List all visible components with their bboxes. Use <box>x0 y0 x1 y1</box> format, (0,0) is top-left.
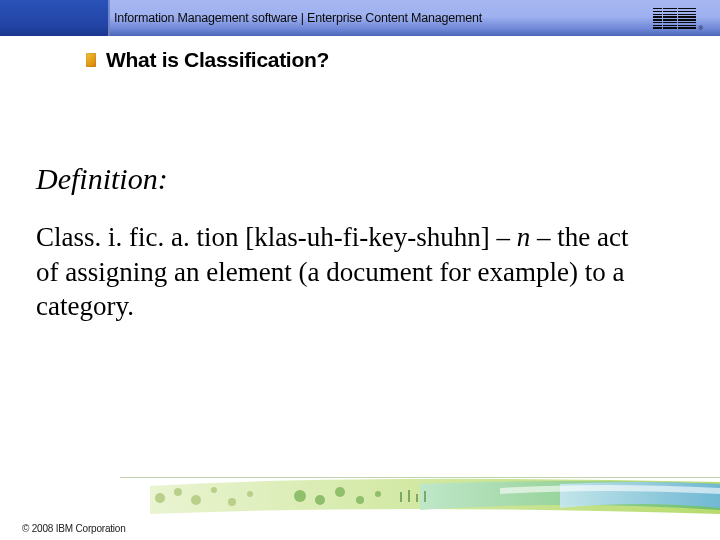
svg-point-2 <box>174 488 182 496</box>
footer-art-icon <box>0 470 720 518</box>
slide-body: Definition: Class. i. fic. a. tion [klas… <box>36 162 674 324</box>
definition-phonetic: [klas-uh-fi-key-shuhn] <box>245 222 489 252</box>
definition-text: Class. i. fic. a. tion [klas-uh-fi-key-s… <box>36 220 656 324</box>
banner-text: Information Management software | Enterp… <box>110 11 482 25</box>
svg-point-3 <box>191 495 201 505</box>
definition-sep: – <box>496 222 516 252</box>
definition-label: Definition: <box>36 162 674 196</box>
ibm-logo-icon <box>653 8 696 29</box>
title-accent-icon <box>86 53 96 67</box>
svg-point-7 <box>294 490 306 502</box>
svg-point-6 <box>247 491 253 497</box>
banner: Information Management software | Enterp… <box>0 0 720 36</box>
copyright: © 2008 IBM Corporation <box>22 523 126 534</box>
svg-rect-15 <box>424 491 426 502</box>
slide: Information Management software | Enterp… <box>0 0 720 540</box>
svg-rect-12 <box>400 492 402 502</box>
svg-point-5 <box>228 498 236 506</box>
slide-title: What is Classification? <box>106 48 329 72</box>
svg-point-4 <box>211 487 217 493</box>
svg-point-1 <box>155 493 165 503</box>
footer-band <box>0 470 720 518</box>
svg-rect-0 <box>120 477 720 478</box>
svg-point-10 <box>356 496 364 504</box>
svg-rect-13 <box>408 490 410 502</box>
definition-word: Class. i. fic. a. tion <box>36 222 238 252</box>
definition-sep: – <box>537 222 557 252</box>
svg-point-9 <box>335 487 345 497</box>
banner-accent-block <box>0 0 110 36</box>
svg-point-11 <box>375 491 381 497</box>
svg-point-8 <box>315 495 325 505</box>
definition-pos: n <box>517 222 531 252</box>
svg-rect-14 <box>416 494 418 502</box>
registered-mark-icon: ® <box>699 25 703 31</box>
title-row: What is Classification? <box>86 48 720 72</box>
